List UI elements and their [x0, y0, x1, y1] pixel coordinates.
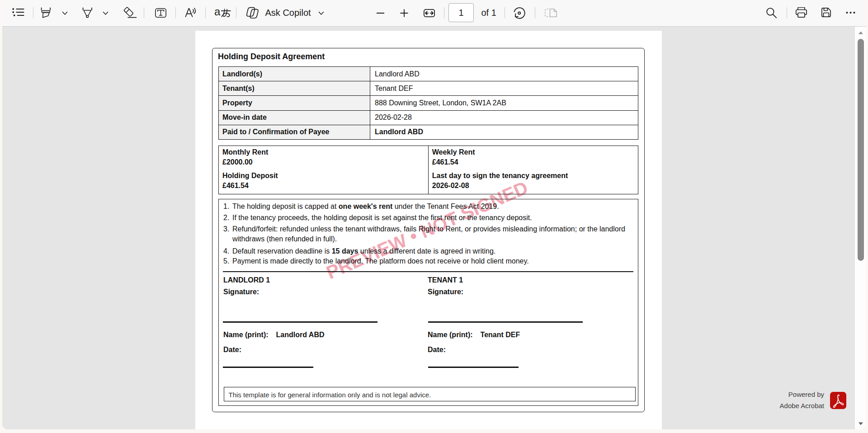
svg-text:a: a: [214, 9, 221, 18]
